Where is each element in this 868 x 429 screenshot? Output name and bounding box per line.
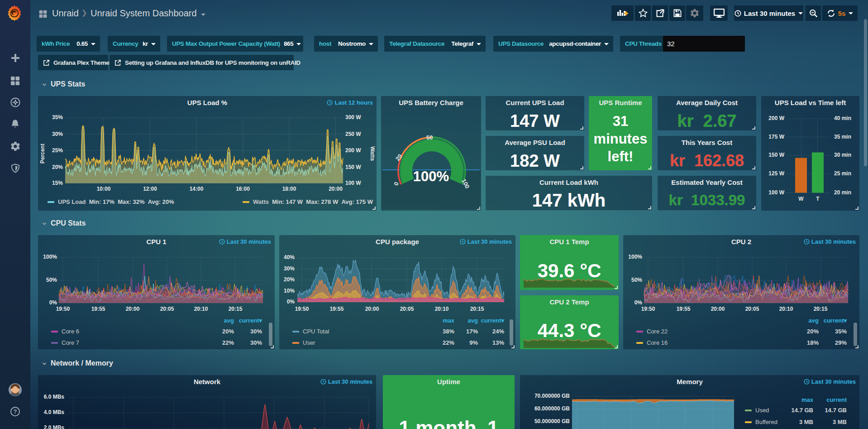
- svg-text:?: ?: [14, 409, 17, 415]
